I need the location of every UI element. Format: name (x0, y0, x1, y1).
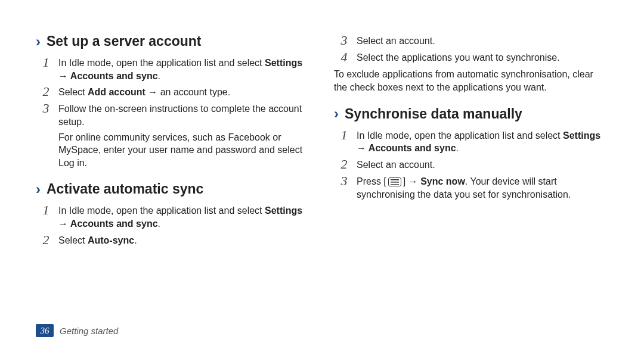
text: In Idle mode, open the application list … (357, 130, 563, 141)
text: . (456, 143, 459, 153)
two-columns: › Set up a server account 1 In Idle mode… (36, 29, 608, 250)
step-number: 3 (338, 174, 351, 201)
bold-text: Sync now (420, 176, 465, 186)
bold-text: Add account (88, 87, 145, 97)
heading-text: Activate automatic sync (47, 181, 203, 197)
step-number: 1 (338, 128, 351, 155)
right-column: 3 Select an account. 4 Select the applic… (334, 29, 608, 250)
step-3-manual: 3 Press [] → Sync now. Your device will … (338, 174, 608, 201)
chevron-right-icon: › (36, 182, 41, 197)
page-footer: 36 Getting started (36, 324, 118, 337)
step-3-auto-cont: 3 Select an account. (338, 33, 608, 48)
heading-setup-server: › Set up a server account (36, 33, 310, 49)
text: Press [ (357, 176, 386, 186)
footer-section-title: Getting started (60, 326, 118, 336)
manual-page: › Set up a server account 1 In Idle mode… (0, 0, 644, 349)
step-3-setup: 3 Follow the on-screen instructions to c… (39, 101, 310, 128)
heading-manual-sync: › Synchronise data manually (334, 106, 608, 122)
page-number: 36 (36, 324, 54, 337)
menu-icon (388, 177, 401, 186)
step-number: 2 (39, 233, 52, 247)
step-text: In Idle mode, open the application list … (58, 55, 310, 82)
text: ] → (403, 176, 420, 186)
text: Select (58, 87, 88, 97)
step-number: 1 (39, 203, 52, 230)
step-text: Select an account. (357, 33, 608, 48)
step-1-manual: 1 In Idle mode, open the application lis… (338, 128, 608, 155)
bold-text: Auto-sync (88, 235, 134, 245)
step-number: 3 (338, 33, 351, 48)
step-2-auto: 2 Select Auto-sync. (39, 233, 310, 247)
heading-text: Synchronise data manually (345, 106, 522, 122)
step-text: Select an account. (357, 157, 608, 172)
step-number: 3 (39, 101, 52, 128)
bold-text: Log in (58, 158, 85, 168)
exclusion-note: To exclude applications from automatic s… (334, 68, 608, 94)
step-2-setup: 2 Select Add account → an account type. (39, 85, 310, 99)
text: . (85, 158, 87, 168)
step-text: Select the applications you want to sync… (357, 50, 608, 64)
step-text: In Idle mode, open the application list … (357, 128, 608, 155)
step-text: Press [] → Sync now. Your device will st… (357, 174, 608, 201)
text: In Idle mode, open the application list … (58, 205, 265, 216)
step-4-auto-cont: 4 Select the applications you want to sy… (338, 50, 608, 64)
text: Select (58, 235, 88, 245)
step-number: 2 (39, 85, 52, 99)
step-3-note: For online community services, such as F… (58, 131, 310, 170)
step-2-manual: 2 Select an account. (338, 157, 608, 172)
step-1-auto: 1 In Idle mode, open the application lis… (39, 203, 310, 230)
chevron-right-icon: › (36, 35, 41, 49)
text: . (158, 219, 160, 229)
text: In Idle mode, open the application list … (58, 58, 265, 68)
step-number: 4 (338, 50, 351, 64)
heading-auto-sync: › Activate automatic sync (36, 181, 310, 197)
chevron-right-icon: › (334, 107, 339, 121)
text: For online community services, such as F… (58, 132, 302, 155)
step-1-setup: 1 In Idle mode, open the application lis… (39, 55, 310, 82)
text: . (158, 71, 160, 81)
step-number: 2 (338, 157, 351, 172)
step-text: Select Add account → an account type. (58, 85, 310, 99)
step-text: Select Auto-sync. (58, 233, 310, 247)
text: → an account type. (145, 87, 230, 97)
step-text: In Idle mode, open the application list … (58, 203, 310, 230)
text: . (134, 235, 137, 245)
left-column: › Set up a server account 1 In Idle mode… (36, 29, 310, 250)
heading-text: Set up a server account (47, 33, 202, 49)
step-number: 1 (39, 55, 52, 82)
text: Follow the on-screen instructions to com… (58, 104, 302, 127)
step-text: Follow the on-screen instructions to com… (58, 101, 310, 128)
